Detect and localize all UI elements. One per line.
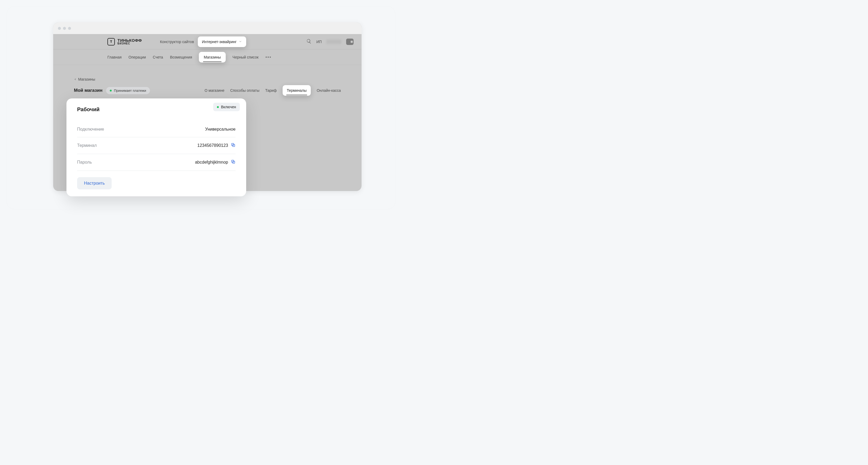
logo-shield-icon: Т [107,38,115,46]
window-close-dot[interactable] [58,27,61,30]
user-prefix: ИП [316,40,322,44]
subnav-operations[interactable]: Операции [128,55,146,59]
wallet-icon[interactable] [346,38,353,45]
terminal-value: 1234567890123 [197,143,228,148]
password-label: Пароль [77,160,92,165]
subnav-stores[interactable]: Магазины [199,52,225,62]
subnav-blacklist[interactable]: Черный список [232,55,259,59]
tab-online-cashier[interactable]: Онлайн-касса [317,88,341,93]
password-value: abcdefghijklmnop [195,160,228,165]
store-status-chip: Принимает платежи [106,87,150,94]
content-area: Магазины Мой магазин Принимает платежи О… [53,65,362,96]
copy-terminal-icon[interactable] [231,143,236,148]
configure-button[interactable]: Настроить [77,177,112,190]
window-titlebar [53,22,362,34]
subnav-refunds[interactable]: Возмещения [170,55,192,59]
chevron-left-icon [74,77,76,81]
window-maximize-dot[interactable] [68,27,71,30]
subnav: Главная Операции Счета Возмещения Магази… [53,50,362,65]
store-status-label: Принимает платежи [114,89,146,93]
logo-line2: БИЗНЕС [118,42,142,45]
copy-password-icon[interactable] [231,159,236,165]
terminal-card: Включен Рабочий Подключение Универсально… [66,98,246,196]
chevron-down-icon [239,40,242,44]
status-dot-icon [217,106,219,108]
user-name-redacted [327,40,341,44]
nav-acquiring-label: Интернет-эквайринг [202,40,237,44]
field-connection: Подключение Универсальное [77,122,236,137]
tab-about[interactable]: О магазине [205,88,224,93]
topbar: Т ТИНЬКОФФ БИЗНЕС Конструктор сайтов Инт… [53,34,362,50]
logo-line1: ТИНЬКОФФ [118,38,142,42]
subnav-main[interactable]: Главная [107,55,122,59]
field-password: Пароль abcdefghijklmnop [77,154,236,171]
app-area: Т ТИНЬКОФФ БИЗНЕС Конструктор сайтов Инт… [53,34,362,96]
store-tabs: О магазине Способы оплаты Тариф Терминал… [205,85,341,96]
status-dot-icon [110,90,112,91]
field-terminal: Терминал 1234567890123 [77,137,236,154]
logo-text: ТИНЬКОФФ БИЗНЕС [118,38,142,45]
nav-acquiring-dropdown[interactable]: Интернет-эквайринг [198,36,246,47]
topbar-right: ИП [306,38,353,45]
terminal-label: Терминал [77,143,97,148]
terminal-status-badge: Включен [213,103,240,111]
breadcrumb-label: Магазины [78,77,95,81]
primary-nav: Конструктор сайтов Интернет-эквайринг [158,36,246,47]
window-minimize-dot[interactable] [63,27,66,30]
page-frame: Т ТИНЬКОФФ БИЗНЕС Конструктор сайтов Инт… [7,6,395,209]
terminal-status-label: Включен [221,105,236,109]
tab-terminals[interactable]: Терминалы [283,85,311,96]
connection-label: Подключение [77,127,104,132]
tab-payment-methods[interactable]: Способы оплаты [230,88,259,93]
subnav-accounts[interactable]: Счета [153,55,163,59]
store-header-row: Мой магазин Принимает платежи О магазине… [74,85,341,96]
tab-tariff[interactable]: Тариф [265,88,277,93]
connection-value: Универсальное [205,127,236,132]
terminal-card-title: Рабочий [77,107,236,113]
logo[interactable]: Т ТИНЬКОФФ БИЗНЕС [107,38,142,46]
subnav-more-icon[interactable]: ••• [265,55,272,60]
search-icon[interactable] [306,38,312,45]
store-title: Мой магазин [74,88,102,93]
breadcrumb[interactable]: Магазины [74,77,341,81]
nav-site-builder[interactable]: Конструктор сайтов [158,40,196,44]
